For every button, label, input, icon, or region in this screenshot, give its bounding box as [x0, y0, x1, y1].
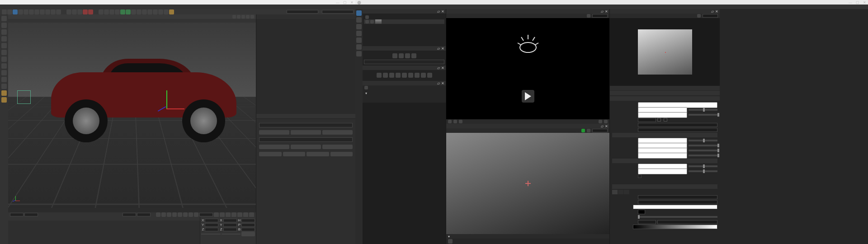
coord-icon[interactable] — [56, 9, 61, 14]
poly-mode-icon[interactable] — [1, 56, 7, 62]
interp-select[interactable] — [638, 220, 656, 224]
goto-start-icon[interactable] — [156, 212, 160, 217]
delete-project-button[interactable] — [291, 130, 321, 135]
tool-select-icon[interactable] — [356, 10, 362, 16]
prev-frame-icon[interactable] — [167, 212, 171, 217]
light-preview[interactable] — [610, 18, 720, 86]
look-del-icon[interactable] — [399, 53, 404, 58]
axis-mode-icon[interactable] — [1, 63, 7, 69]
tool-blend-icon[interactable] — [356, 38, 362, 43]
color-swatch[interactable] — [638, 210, 645, 214]
render-view[interactable] — [446, 18, 609, 119]
workplane-icon[interactable] — [1, 36, 7, 42]
vp-orbit-icon[interactable] — [246, 15, 250, 19]
hdrls-min-icon[interactable]: — — [849, 0, 852, 5]
deformer-icon[interactable] — [142, 9, 147, 14]
height-slider[interactable] — [689, 155, 717, 156]
transform-core-banner[interactable] — [612, 133, 717, 137]
vp-toggle-icon[interactable] — [250, 15, 254, 19]
rv-save-icon[interactable] — [599, 120, 602, 123]
preserve-check[interactable] — [664, 118, 667, 122]
more2-icon[interactable] — [427, 73, 432, 78]
autokey-icon[interactable] — [220, 212, 225, 217]
invert-check[interactable] — [657, 118, 661, 122]
lp-illumination-button[interactable] — [307, 152, 329, 156]
scale-icon[interactable] — [24, 9, 28, 14]
key-p-icon[interactable] — [226, 212, 231, 217]
size-z[interactable] — [223, 228, 237, 231]
lp-rim-button[interactable] — [330, 152, 353, 156]
reset-icon[interactable] — [415, 73, 420, 78]
duplight-icon[interactable] — [383, 73, 388, 78]
zaxis-icon[interactable] — [51, 9, 56, 14]
pos-x[interactable] — [205, 219, 218, 222]
min-icon[interactable]: — — [336, 0, 340, 5]
subd-icon[interactable] — [109, 9, 114, 14]
lp-exp-icon[interactable] — [697, 14, 701, 18]
redo-icon[interactable] — [7, 9, 12, 14]
coord-mode[interactable] — [201, 234, 221, 235]
canvas-exposure[interactable] — [592, 129, 608, 132]
hv-field[interactable] — [638, 169, 687, 174]
vp-zoom-icon[interactable] — [241, 15, 245, 19]
rs-ipr-icon[interactable] — [88, 9, 93, 14]
value-ramp[interactable] — [633, 225, 717, 229]
more1-icon[interactable] — [421, 73, 426, 78]
lp-exposure[interactable] — [703, 14, 718, 18]
undock3-icon[interactable]: ▱ — [437, 66, 440, 70]
renderer-select[interactable] — [259, 123, 353, 127]
lightlist-bg-row[interactable] — [364, 19, 444, 24]
lon-slider[interactable] — [689, 145, 717, 146]
size-x[interactable] — [223, 219, 237, 222]
pos-y[interactable] — [205, 223, 218, 227]
canvas-ch-icon[interactable] — [581, 129, 585, 132]
rot-p[interactable] — [241, 223, 255, 227]
render-play-button[interactable] — [522, 90, 534, 103]
xaxis-icon[interactable] — [40, 9, 45, 14]
next-key-icon[interactable] — [189, 212, 193, 217]
rv-stop-icon[interactable] — [459, 120, 462, 123]
lightlist-default-row[interactable] — [364, 15, 444, 19]
close4-icon[interactable]: ✕ — [441, 81, 444, 85]
lp-close-icon[interactable]: ✕ — [715, 9, 718, 14]
vp-nav-icon[interactable] — [232, 15, 236, 19]
tool-scale-icon[interactable] — [356, 31, 362, 36]
undock-icon[interactable]: ▱ — [437, 9, 440, 14]
render-region-icon[interactable] — [72, 9, 77, 14]
rotate-icon[interactable] — [29, 9, 34, 14]
lp-off-button[interactable] — [259, 152, 282, 156]
move-icon[interactable] — [18, 9, 23, 14]
axis-gizmo[interactable] — [157, 90, 175, 127]
key-pla-icon[interactable] — [249, 212, 254, 217]
yaxis-icon[interactable] — [45, 9, 50, 14]
texture-mode-icon[interactable] — [1, 29, 7, 35]
cv-undock-icon[interactable]: ▱ — [601, 124, 604, 128]
cube-icon[interactable] — [99, 9, 104, 14]
mapping-select[interactable] — [638, 128, 717, 132]
timeline-range-start[interactable] — [24, 213, 38, 216]
interp2-select[interactable] — [657, 220, 717, 224]
opacity-slider[interactable] — [689, 114, 717, 116]
rs-renderview-icon[interactable] — [83, 9, 88, 14]
look-dup-icon[interactable] — [405, 53, 410, 58]
tab-valueblend[interactable] — [618, 190, 623, 194]
dellight-icon[interactable] — [396, 73, 401, 78]
refresh-project-button[interactable] — [322, 130, 353, 135]
rot-h[interactable] — [241, 219, 255, 222]
current-frame[interactable] — [199, 213, 213, 216]
next-frame-icon[interactable] — [183, 212, 188, 217]
tab-alphamult[interactable] — [624, 190, 629, 194]
lat-slider[interactable] — [689, 140, 717, 141]
light-object-gizmo[interactable] — [17, 90, 31, 104]
visibility-icon[interactable] — [365, 15, 369, 19]
muteall-icon[interactable] — [402, 73, 407, 78]
width-slider[interactable] — [689, 150, 717, 151]
pos-z[interactable] — [205, 228, 218, 231]
preset-refresh-icon[interactable] — [364, 86, 368, 89]
enable-adv-rot-check[interactable] — [638, 174, 642, 178]
tool-icon[interactable] — [34, 9, 39, 14]
tab-master[interactable] — [612, 190, 618, 194]
model-mode-icon[interactable] — [1, 16, 7, 21]
tool-move-icon[interactable] — [356, 17, 362, 23]
grouplight-icon[interactable] — [389, 73, 394, 78]
